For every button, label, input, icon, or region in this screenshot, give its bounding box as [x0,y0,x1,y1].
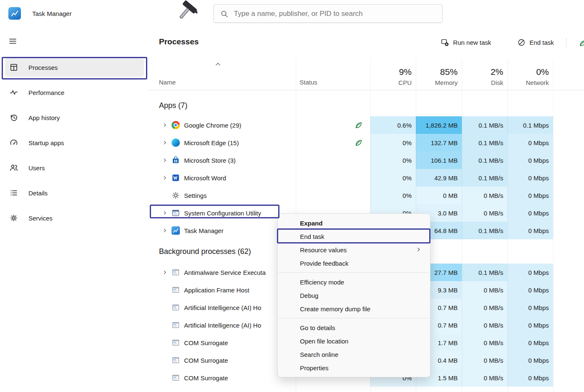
process-name: Settings [184,192,207,199]
network-cell: 0.1 Mbps [507,116,553,134]
end-task-button[interactable]: End task [513,35,558,50]
column-header-memory[interactable]: 85% Memory [416,59,462,90]
expand-caret-icon[interactable] [162,140,167,145]
taskmgr-icon [172,226,180,235]
context-menu-item-search-online[interactable]: Search online [280,348,428,361]
context-menu-item-create-memory-dump-file[interactable]: Create memory dump file [280,302,428,315]
expand-caret-icon[interactable] [162,158,167,163]
leaf-icon [354,138,363,147]
sidebar-item-label: Users [28,164,45,172]
column-header-name[interactable]: Name [159,79,176,86]
name-cell: COM Surrogate [149,351,296,369]
context-menu-item-properties[interactable]: Properties [280,361,428,374]
name-cell: COM Surrogate [149,369,296,387]
memory-cell: 0 MB [416,187,462,204]
menu-item-label: Properties [300,364,328,372]
menu-item-label: Expand [300,220,323,227]
search-input[interactable] [234,10,435,18]
expand-caret-icon[interactable] [162,270,167,275]
task-manager-logo-icon [8,7,21,20]
table-header: Name Status 9% CPU 85% Memory 2% Disk 0%… [149,59,584,90]
column-header-status[interactable]: Status [300,79,318,86]
disk-cell: 0.1 MB/s [462,169,507,187]
window-icon [172,374,180,382]
status-cell [296,187,370,204]
sidebar-item-services[interactable]: Services [5,209,144,227]
context-menu-item-end-task[interactable]: End task [280,230,428,243]
search-box [213,4,443,23]
context-menu-item-efficiency-mode[interactable]: Efficiency mode [280,275,428,289]
context-menu-item-go-to-details[interactable]: Go to details [280,321,428,334]
context-menu-item-resource-values[interactable]: Resource values [280,243,428,256]
process-row[interactable]: Microsoft Word0%42.9 MB0.1 MB/s0 Mbps [149,169,584,187]
column-header-cpu[interactable]: 9% CPU [370,59,416,90]
name-cell: Artificial Intelligence (AI) Ho [149,316,296,334]
cpu-cell: 0% [370,187,416,204]
disk-cell: 0 MB/s [462,369,507,387]
disk-cell: 0 MB/s [462,204,507,222]
sidebar-item-label: Services [28,215,53,222]
sidebar-item-label: Startup apps [28,139,64,146]
sidebar-item-label: Details [28,190,48,197]
app-history-icon [9,113,18,122]
memory-column-label: Memory [435,79,458,86]
page-title: Processes [159,37,199,46]
disk-cell: 0 MB/s [462,316,507,334]
process-name: Microsoft Store (3) [184,157,236,164]
menu-item-label: End task [300,233,324,240]
group-header-apps-7[interactable]: Apps (7) [149,95,584,116]
sidebar-item-app-history[interactable]: App history [5,108,144,127]
column-header-disk[interactable]: 2% Disk [462,59,507,90]
expand-caret-icon[interactable] [162,228,167,233]
expand-caret-icon[interactable] [162,123,167,128]
status-cell [296,387,370,392]
sidebar-item-startup-apps[interactable]: Startup apps [5,133,144,152]
sidebar-item-processes[interactable]: Processes [5,58,144,77]
process-row[interactable]: Settings0%0 MB0 MB/s0 Mbps [149,187,584,204]
group-label: Apps (7) [159,101,187,110]
sidebar-item-details[interactable]: Details [5,184,144,202]
chrome-icon [172,121,180,129]
sidebar: ProcessesPerformanceApp historyStartup a… [0,27,149,392]
hamburger-menu-button[interactable] [6,35,19,49]
chevron-right-icon [416,247,421,252]
efficiency-mode-leaf-icon[interactable] [579,39,584,47]
menu-item-label: Open file location [300,338,348,345]
expand-caret-icon[interactable] [162,210,167,215]
process-row[interactable]: Microsoft Store (3)0%106.1 MB0.1 MB/s0 M… [149,151,584,169]
expand-caret-icon[interactable] [162,175,167,180]
process-row[interactable] [149,387,584,392]
column-header-network[interactable]: 0% Network [507,59,553,90]
sort-ascending-caret-icon[interactable] [215,62,221,66]
process-row[interactable]: Microsoft Edge (15)0%132.7 MB0.1 MB/s0 M… [149,134,584,151]
network-cell: 0 Mbps [507,316,553,334]
services-icon [9,214,18,222]
name-cell: Settings [149,187,296,204]
name-cell: Antimalware Service Executa [149,264,296,281]
menu-item-label: Efficiency mode [300,279,344,286]
sidebar-item-performance[interactable]: Performance [5,83,144,102]
memory-cell: 42.9 MB [416,169,462,187]
sidebar-item-users[interactable]: Users [5,159,144,177]
context-menu-item-debug[interactable]: Debug [280,289,428,302]
menu-item-label: Debug [300,292,318,299]
cpu-cell: 0.6% [370,116,416,134]
context-menu-item-expand[interactable]: Expand [280,216,428,230]
process-name: Microsoft Word [184,174,226,182]
disk-cell: 0.1 MB/s [462,134,507,151]
task-manager-window: Task Manager ProcessesPerformanceApp his… [0,0,584,392]
context-menu-item-provide-feedback[interactable]: Provide feedback [280,256,428,270]
process-name: Artificial Intelligence (AI) Ho [184,322,261,329]
run-new-task-button[interactable]: Run new task [437,35,495,50]
sidebar-item-label: Performance [28,89,64,96]
disk-cell: 0 MB/s [462,187,507,204]
network-cell: 0 Mbps [507,151,553,169]
disk-cell: 0.1 MB/s [462,222,507,239]
context-menu-item-open-file-location[interactable]: Open file location [280,334,428,348]
name-cell [149,387,296,392]
process-row[interactable]: Google Chrome (29)0.6%1,826.2 MB0.1 MB/s… [149,116,584,134]
network-cell: 0 Mbps [507,351,553,369]
name-cell: COM Surrogate [149,334,296,351]
cpu-total-percent: 9% [399,67,412,77]
page-header: Processes Run new task End task [149,27,584,59]
